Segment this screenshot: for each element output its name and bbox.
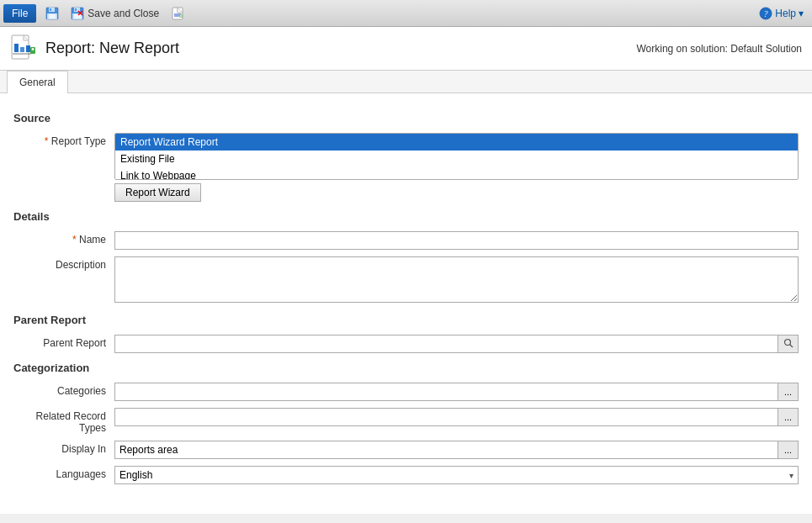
help-label: Help (775, 8, 796, 19)
report-type-field: Report Wizard Report Existing File Link … (114, 133, 799, 202)
languages-select[interactable]: English French German Spanish (114, 466, 799, 484)
languages-label: Languages (13, 466, 114, 480)
name-field (114, 231, 799, 250)
name-required-asterisk: * (72, 234, 77, 246)
help-icon: ? (759, 7, 772, 20)
categories-field: ... (114, 383, 799, 401)
display-in-input[interactable] (114, 441, 778, 459)
help-dropdown-icon: ▾ (799, 8, 804, 19)
solution-label: Working on solution: Default Solution (636, 43, 802, 55)
parent-report-section-header: Parent Report (13, 314, 799, 328)
display-in-lookup-icon: ... (784, 445, 792, 455)
toolbar: File Save and Close (0, 0, 812, 27)
categories-lookup-button[interactable]: ... (778, 383, 799, 401)
form-content: Source * Report Type Report Wizard Repor… (0, 93, 812, 514)
svg-rect-23 (26, 45, 30, 52)
categories-row: Categories ... (13, 383, 799, 401)
page-title: Report: New Report (45, 40, 179, 57)
svg-point-28 (784, 340, 790, 346)
save-close-icon (71, 7, 84, 20)
related-record-types-field: ... (114, 408, 799, 426)
page-header: Report: New Report Working on solution: … (0, 27, 812, 71)
categorization-section-header: Categorization (13, 362, 799, 376)
display-in-field: ... (114, 441, 799, 459)
name-input[interactable] (114, 231, 799, 250)
report-wizard-button[interactable]: Report Wizard (114, 183, 201, 202)
required-asterisk: * (45, 135, 49, 147)
svg-line-29 (789, 345, 793, 348)
languages-row: Languages English French German Spanish (13, 466, 799, 484)
description-field (114, 256, 799, 305)
tab-general[interactable]: General (7, 71, 68, 93)
svg-rect-7 (75, 8, 77, 11)
related-record-lookup-icon: ... (784, 412, 792, 422)
save-and-close-button[interactable]: Save and Close (65, 3, 165, 24)
display-in-label: Display In (13, 441, 114, 455)
languages-field: English French German Spanish (114, 466, 799, 484)
svg-rect-22 (20, 47, 24, 52)
related-record-types-row: Related Record Types ... (13, 408, 799, 434)
parent-report-label: Parent Report (13, 335, 114, 349)
display-in-row: Display In ... (13, 441, 799, 459)
svg-text:?: ? (764, 9, 768, 18)
new-icon (171, 7, 184, 20)
details-section-header: Details (13, 210, 799, 225)
related-record-types-input[interactable] (114, 408, 778, 426)
parent-report-field (114, 335, 799, 353)
report-type-listbox[interactable]: Report Wizard Report Existing File Link … (114, 133, 799, 180)
tabs-bar: General (0, 71, 812, 93)
svg-rect-9 (74, 14, 81, 18)
description-row: Description (13, 256, 799, 305)
description-textarea[interactable] (114, 256, 799, 303)
report-type-row: * Report Type Report Wizard Report Exist… (13, 133, 799, 202)
lookup-icon (783, 338, 793, 350)
categories-input[interactable] (114, 383, 778, 401)
save-button[interactable] (40, 3, 65, 24)
svg-rect-4 (49, 14, 56, 18)
related-record-types-lookup-button[interactable]: ... (778, 408, 799, 426)
report-type-label: * Report Type (13, 133, 114, 147)
name-label: * Name (13, 231, 114, 246)
categories-lookup-icon: ... (784, 387, 792, 397)
new-report-button[interactable] (165, 3, 190, 24)
parent-report-row: Parent Report (13, 335, 799, 353)
help-button[interactable]: ? Help ▾ (754, 5, 809, 22)
report-page-icon (10, 34, 37, 63)
svg-rect-2 (50, 8, 51, 11)
description-label: Description (13, 256, 114, 271)
related-record-types-label: Related Record Types (13, 408, 114, 434)
save-icon (45, 7, 59, 20)
file-button[interactable]: File (3, 4, 36, 23)
parent-report-lookup-button[interactable] (778, 335, 799, 353)
name-row: * Name (13, 231, 799, 250)
svg-rect-21 (14, 44, 19, 52)
categories-label: Categories (13, 383, 114, 397)
display-in-lookup-button[interactable]: ... (778, 441, 799, 459)
save-and-close-label: Save and Close (88, 8, 159, 19)
source-section-header: Source (13, 112, 799, 126)
parent-report-input[interactable] (114, 335, 778, 353)
